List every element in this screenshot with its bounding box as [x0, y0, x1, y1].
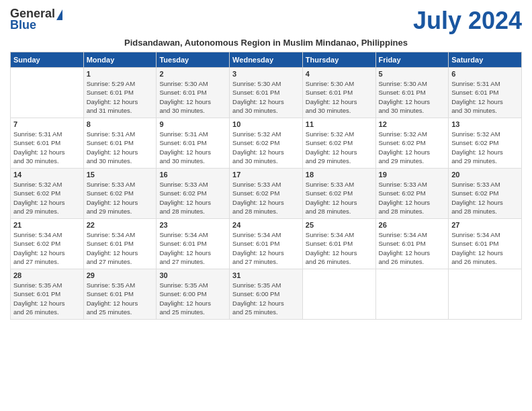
day-number: 9: [159, 120, 226, 128]
calendar-cell: 6Sunrise: 5:31 AMSunset: 6:01 PMDaylight…: [449, 68, 522, 118]
day-number: 14: [13, 171, 81, 179]
calendar-cell: 28Sunrise: 5:35 AMSunset: 6:01 PMDayligh…: [11, 269, 84, 320]
day-number: 19: [379, 171, 446, 179]
day-number: 30: [159, 271, 226, 279]
month-title: July 2024: [413, 7, 522, 35]
day-detail: Sunrise: 5:31 AMSunset: 6:01 PMDaylight:…: [451, 79, 519, 115]
weekday-header: Thursday: [302, 52, 375, 68]
day-detail: Sunrise: 5:32 AMSunset: 6:02 PMDaylight:…: [451, 130, 519, 165]
day-detail: Sunrise: 5:35 AMSunset: 6:00 PMDaylight:…: [232, 281, 300, 316]
weekday-header: Friday: [375, 52, 449, 68]
calendar-cell: [449, 269, 522, 320]
calendar-cell: [11, 68, 84, 118]
day-detail: Sunrise: 5:30 AMSunset: 6:01 PMDaylight:…: [159, 79, 226, 115]
day-detail: Sunrise: 5:33 AMSunset: 6:02 PMDaylight:…: [306, 180, 373, 216]
day-detail: Sunrise: 5:32 AMSunset: 6:02 PMDaylight:…: [306, 130, 373, 165]
calendar-cell: 17Sunrise: 5:33 AMSunset: 6:02 PMDayligh…: [230, 169, 303, 219]
day-number: 16: [159, 171, 226, 179]
day-detail: Sunrise: 5:34 AMSunset: 6:01 PMDaylight:…: [159, 230, 226, 266]
calendar-cell: 5Sunrise: 5:30 AMSunset: 6:01 PMDaylight…: [375, 68, 449, 118]
day-detail: Sunrise: 5:34 AMSunset: 6:01 PMDaylight:…: [306, 230, 373, 266]
day-detail: Sunrise: 5:32 AMSunset: 6:02 PMDaylight:…: [13, 180, 81, 216]
header-row: SundayMondayTuesdayWednesdayThursdayFrid…: [11, 52, 522, 68]
calendar-cell: 16Sunrise: 5:33 AMSunset: 6:02 PMDayligh…: [157, 169, 230, 219]
calendar-cell: 11Sunrise: 5:32 AMSunset: 6:02 PMDayligh…: [302, 118, 375, 169]
calendar-week-row: 28Sunrise: 5:35 AMSunset: 6:01 PMDayligh…: [11, 269, 522, 320]
day-detail: Sunrise: 5:30 AMSunset: 6:01 PMDaylight:…: [232, 79, 300, 115]
calendar-cell: 15Sunrise: 5:33 AMSunset: 6:02 PMDayligh…: [83, 169, 157, 219]
day-detail: Sunrise: 5:34 AMSunset: 6:01 PMDaylight:…: [379, 230, 446, 266]
day-detail: Sunrise: 5:35 AMSunset: 6:01 PMDaylight:…: [13, 281, 81, 316]
day-number: 3: [232, 70, 300, 78]
calendar-cell: 25Sunrise: 5:34 AMSunset: 6:01 PMDayligh…: [302, 219, 375, 269]
day-detail: Sunrise: 5:33 AMSunset: 6:02 PMDaylight:…: [451, 180, 519, 216]
calendar-cell: 19Sunrise: 5:33 AMSunset: 6:02 PMDayligh…: [375, 169, 449, 219]
weekday-header: Tuesday: [157, 52, 230, 68]
day-number: 6: [451, 70, 519, 78]
day-detail: Sunrise: 5:33 AMSunset: 6:02 PMDaylight:…: [159, 180, 226, 216]
calendar-cell: 18Sunrise: 5:33 AMSunset: 6:02 PMDayligh…: [302, 169, 375, 219]
calendar-cell: 1Sunrise: 5:29 AMSunset: 6:01 PMDaylight…: [83, 68, 157, 118]
calendar-week-row: 7Sunrise: 5:31 AMSunset: 6:01 PMDaylight…: [11, 118, 522, 169]
calendar-cell: 7Sunrise: 5:31 AMSunset: 6:01 PMDaylight…: [11, 118, 84, 169]
calendar-cell: 27Sunrise: 5:34 AMSunset: 6:01 PMDayligh…: [449, 219, 522, 269]
day-detail: Sunrise: 5:32 AMSunset: 6:02 PMDaylight:…: [232, 130, 300, 165]
calendar-cell: 29Sunrise: 5:35 AMSunset: 6:01 PMDayligh…: [83, 269, 157, 320]
day-number: 22: [87, 221, 154, 229]
day-number: 2: [159, 70, 226, 78]
day-detail: Sunrise: 5:35 AMSunset: 6:00 PMDaylight:…: [159, 281, 226, 316]
day-number: 12: [379, 120, 446, 128]
day-number: 31: [232, 271, 300, 279]
day-detail: Sunrise: 5:33 AMSunset: 6:02 PMDaylight:…: [232, 180, 300, 216]
day-detail: Sunrise: 5:35 AMSunset: 6:01 PMDaylight:…: [87, 281, 154, 316]
calendar-week-row: 14Sunrise: 5:32 AMSunset: 6:02 PMDayligh…: [11, 169, 522, 219]
day-detail: Sunrise: 5:34 AMSunset: 6:02 PMDaylight:…: [13, 230, 81, 266]
calendar-cell: 22Sunrise: 5:34 AMSunset: 6:01 PMDayligh…: [83, 219, 157, 269]
day-number: 8: [87, 120, 154, 128]
day-detail: Sunrise: 5:31 AMSunset: 6:01 PMDaylight:…: [159, 130, 226, 165]
subtitle: Pidsandawan, Autonomous Region in Muslim…: [10, 38, 522, 48]
weekday-header: Monday: [83, 52, 157, 68]
day-detail: Sunrise: 5:30 AMSunset: 6:01 PMDaylight:…: [379, 79, 446, 115]
calendar-cell: 21Sunrise: 5:34 AMSunset: 6:02 PMDayligh…: [11, 219, 84, 269]
day-number: 29: [87, 271, 154, 279]
day-number: 17: [232, 171, 300, 179]
calendar-cell: 9Sunrise: 5:31 AMSunset: 6:01 PMDaylight…: [157, 118, 230, 169]
day-number: 21: [13, 221, 81, 229]
calendar-cell: [302, 269, 375, 320]
day-detail: Sunrise: 5:34 AMSunset: 6:01 PMDaylight:…: [451, 230, 519, 266]
weekday-header: Sunday: [11, 52, 84, 68]
day-number: 26: [379, 221, 446, 229]
day-number: 28: [13, 271, 81, 279]
calendar-table: SundayMondayTuesdayWednesdayThursdayFrid…: [10, 52, 522, 320]
weekday-header: Saturday: [449, 52, 522, 68]
day-detail: Sunrise: 5:33 AMSunset: 6:02 PMDaylight:…: [87, 180, 154, 216]
day-number: 11: [306, 120, 373, 128]
calendar-cell: 10Sunrise: 5:32 AMSunset: 6:02 PMDayligh…: [230, 118, 303, 169]
day-number: 13: [451, 120, 519, 128]
calendar-cell: 23Sunrise: 5:34 AMSunset: 6:01 PMDayligh…: [157, 219, 230, 269]
day-number: 1: [87, 70, 154, 78]
calendar-cell: 12Sunrise: 5:32 AMSunset: 6:02 PMDayligh…: [375, 118, 449, 169]
calendar-cell: 3Sunrise: 5:30 AMSunset: 6:01 PMDaylight…: [230, 68, 303, 118]
calendar-cell: [375, 269, 449, 320]
day-number: 7: [13, 120, 81, 128]
calendar-cell: 13Sunrise: 5:32 AMSunset: 6:02 PMDayligh…: [449, 118, 522, 169]
day-number: 15: [87, 171, 154, 179]
day-detail: Sunrise: 5:31 AMSunset: 6:01 PMDaylight:…: [13, 130, 81, 165]
logo-triangle-icon: [56, 9, 62, 20]
day-number: 25: [306, 221, 373, 229]
day-detail: Sunrise: 5:34 AMSunset: 6:01 PMDaylight:…: [232, 230, 300, 266]
logo-blue-text: Blue: [10, 18, 36, 32]
calendar-cell: 20Sunrise: 5:33 AMSunset: 6:02 PMDayligh…: [449, 169, 522, 219]
calendar-cell: 26Sunrise: 5:34 AMSunset: 6:01 PMDayligh…: [375, 219, 449, 269]
calendar-cell: 2Sunrise: 5:30 AMSunset: 6:01 PMDaylight…: [157, 68, 230, 118]
calendar-week-row: 1Sunrise: 5:29 AMSunset: 6:01 PMDaylight…: [11, 68, 522, 118]
day-number: 4: [306, 70, 373, 78]
day-number: 23: [159, 221, 226, 229]
calendar-cell: 14Sunrise: 5:32 AMSunset: 6:02 PMDayligh…: [11, 169, 84, 219]
day-number: 27: [451, 221, 519, 229]
weekday-header: Wednesday: [230, 52, 303, 68]
calendar-cell: 31Sunrise: 5:35 AMSunset: 6:00 PMDayligh…: [230, 269, 303, 320]
calendar-cell: 4Sunrise: 5:30 AMSunset: 6:01 PMDaylight…: [302, 68, 375, 118]
